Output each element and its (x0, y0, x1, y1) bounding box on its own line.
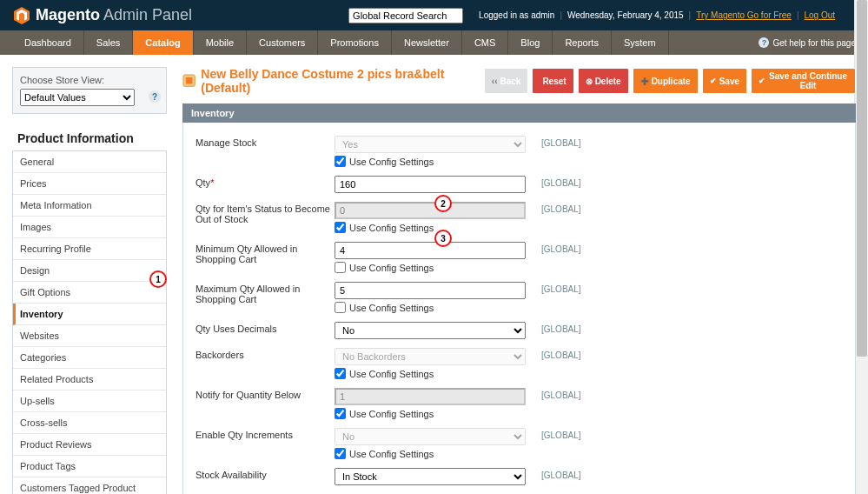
scope-badge: [GLOBAL] (541, 176, 581, 188)
nav-blog[interactable]: Blog (508, 30, 553, 55)
annotation-callout-1: 1 (149, 270, 167, 288)
logo: Magento Admin Panel (13, 6, 192, 24)
tab-categories[interactable]: Categories (13, 347, 166, 369)
max-qty-useconfig[interactable] (335, 302, 346, 313)
store-view-label: Choose Store View: (20, 75, 159, 85)
global-search-input[interactable] (348, 8, 463, 23)
page-scrollbar-track[interactable] (854, 0, 868, 494)
help-icon[interactable]: ? (149, 90, 161, 103)
qty-oos-useconfig[interactable] (335, 222, 346, 233)
store-view-switcher: Choose Store View: Default Values ? (12, 67, 167, 114)
delete-button[interactable]: Delete (578, 68, 629, 94)
scope-badge: [GLOBAL] (541, 136, 581, 148)
notify-useconfig[interactable] (335, 408, 346, 419)
inventory-fieldset: Manage Stock Yes Use Config Settings [GL… (182, 123, 856, 494)
scope-badge: [GLOBAL] (541, 322, 581, 334)
tab-meta[interactable]: Meta Information (13, 195, 166, 217)
min-qty-useconfig[interactable] (335, 262, 346, 273)
help-icon: ? (759, 37, 769, 48)
separator-icon: | (797, 10, 799, 20)
panel-title: Magento Admin Panel (36, 6, 192, 24)
product-icon (182, 74, 195, 88)
max-qty-input[interactable] (335, 282, 526, 299)
decimals-select[interactable]: No (335, 322, 526, 339)
scope-badge: [GLOBAL] (541, 468, 581, 480)
nav-help-label: Get help for this page (772, 38, 856, 48)
store-view-select[interactable]: Default Values (20, 89, 135, 106)
use-config-label: Use Config Settings (349, 157, 434, 167)
tab-design[interactable]: Design (13, 260, 166, 282)
reset-button[interactable]: Reset (532, 68, 573, 94)
increments-select[interactable]: No (335, 428, 526, 445)
back-button[interactable]: Back (484, 68, 529, 94)
nav-reports[interactable]: Reports (553, 30, 612, 55)
nav-customers[interactable]: Customers (247, 30, 318, 55)
qty-input[interactable] (335, 176, 526, 193)
tab-tags[interactable]: Product Tags (13, 456, 166, 477)
separator-icon: | (560, 10, 562, 20)
notify-label: Notify for Quantity Below (195, 388, 335, 400)
decimals-label: Qty Uses Decimals (195, 322, 335, 334)
tab-reviews[interactable]: Product Reviews (13, 434, 166, 456)
try-magento-link[interactable]: Try Magento Go for Free (696, 10, 792, 20)
tab-recurring[interactable]: Recurring Profile (13, 238, 166, 260)
backorders-useconfig[interactable] (335, 368, 346, 379)
separator-icon: | (689, 10, 692, 20)
scope-badge: [GLOBAL] (541, 428, 581, 440)
use-config-label: Use Config Settings (349, 303, 434, 313)
nav-promotions[interactable]: Promotions (318, 30, 392, 55)
logout-link[interactable]: Log Out (804, 10, 835, 20)
min-qty-label: Minimum Qty Allowed in Shopping Cart (195, 242, 335, 264)
tab-crosssells[interactable]: Cross-sells (13, 412, 166, 434)
scope-badge: [GLOBAL] (541, 388, 581, 400)
page-title: New Belly Dance Costume 2 pics bra&belt … (201, 67, 484, 95)
use-config-label: Use Config Settings (349, 369, 434, 379)
tab-related[interactable]: Related Products (13, 369, 166, 391)
nav-help[interactable]: ? Get help for this page (759, 30, 868, 55)
tab-gift[interactable]: Gift Options (13, 282, 166, 304)
product-tabs: General Prices Meta Information Images R… (12, 151, 167, 494)
nav-dashboard[interactable]: Dashboard (12, 30, 84, 55)
nav-system[interactable]: System (612, 30, 669, 55)
page-scrollbar-thumb[interactable] (857, 0, 867, 357)
save-button[interactable]: Save (702, 68, 747, 94)
tab-upsells[interactable]: Up-sells (13, 391, 166, 412)
manage-stock-select[interactable]: Yes (335, 136, 526, 153)
save-button-label: Save (719, 77, 739, 86)
tab-general[interactable]: General (13, 151, 166, 173)
svg-rect-3 (186, 77, 193, 84)
save-continue-button[interactable]: Save and Continue Edit (751, 68, 856, 94)
reset-button-label: Reset (542, 77, 566, 86)
tab-inventory[interactable]: Inventory (13, 304, 166, 325)
availability-label: Stock Availability (195, 468, 335, 480)
nav-sales[interactable]: Sales (84, 30, 134, 55)
nav-newsletter[interactable]: Newsletter (392, 30, 462, 55)
duplicate-button[interactable]: Duplicate (633, 68, 699, 94)
header-status: Logged in as admin | Wednesday, February… (479, 10, 835, 20)
manage-stock-useconfig[interactable] (335, 156, 346, 167)
use-config-label: Use Config Settings (349, 263, 434, 273)
backorders-select[interactable]: No Backorders (335, 348, 526, 365)
min-qty-input[interactable] (335, 242, 526, 259)
scope-badge: [GLOBAL] (541, 348, 581, 360)
increments-useconfig[interactable] (335, 448, 346, 459)
duplicate-button-label: Duplicate (652, 77, 691, 86)
scope-badge: [GLOBAL] (541, 202, 581, 214)
global-search (348, 8, 463, 23)
tab-websites[interactable]: Websites (13, 325, 166, 347)
scope-badge: [GLOBAL] (541, 282, 581, 294)
tab-cust-tagged[interactable]: Customers Tagged Product (13, 477, 166, 494)
qty-oos-input[interactable] (335, 202, 526, 219)
logged-in-text: Logged in as admin (479, 10, 554, 20)
max-qty-label: Maximum Qty Allowed in Shopping Cart (195, 282, 335, 304)
nav-mobile[interactable]: Mobile (194, 30, 247, 55)
availability-select[interactable]: In Stock (335, 468, 526, 485)
nav-cms[interactable]: CMS (462, 30, 508, 55)
panel-title-light: Admin Panel (100, 6, 192, 23)
tab-images[interactable]: Images (13, 217, 166, 238)
nav-catalog[interactable]: Catalog (133, 30, 193, 55)
qty-label: Qty* (195, 176, 335, 188)
qty-oos-label: Qty for Item's Status to Become Out of S… (195, 202, 335, 224)
notify-input[interactable] (335, 388, 526, 405)
tab-prices[interactable]: Prices (13, 173, 166, 195)
